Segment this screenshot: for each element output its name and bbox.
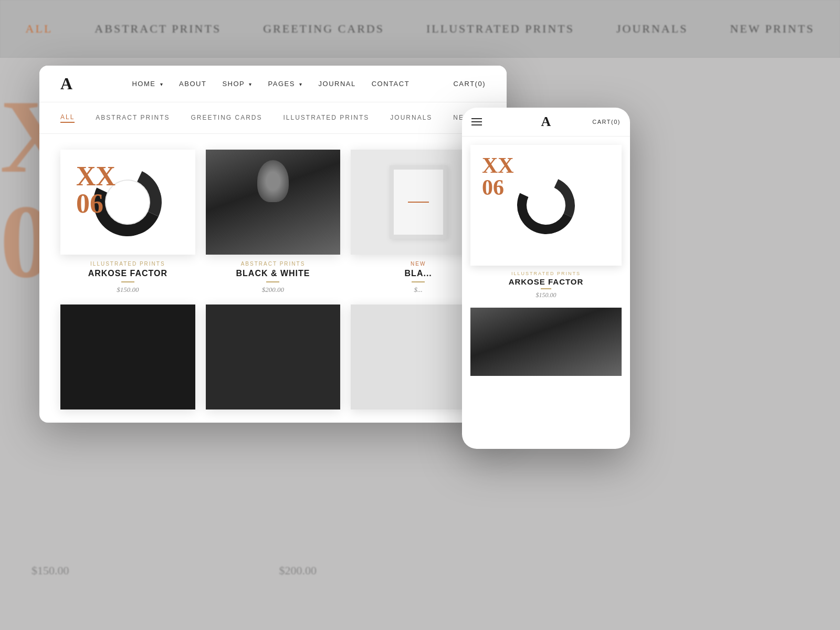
hamburger-menu[interactable]: [471, 118, 482, 125]
bg-filter-greeting: GREETING CARDS: [263, 22, 384, 36]
desktop-nav-links: HOME ▾ ABOUT SHOP ▾ PAGES ▾ JOURNAL CONT…: [132, 80, 410, 88]
hamburger-line-1: [471, 118, 482, 119]
bg-filter-illustrated: ILLUSTRATED PRINTS: [426, 22, 574, 36]
mobile-brush-circle: [509, 169, 583, 243]
inner-frame: [390, 165, 447, 239]
nav-home[interactable]: HOME ▾: [132, 80, 163, 88]
hamburger-line-2: [471, 121, 482, 122]
mobile-navbar: A CART(0): [462, 108, 630, 136]
products-grid: XX06 ILLUSTRATED PRINTS ARKOSE FACTOR $1…: [39, 134, 507, 423]
mobile-product-card-2[interactable]: [470, 308, 622, 376]
line-accent: [408, 202, 429, 203]
mobile-xx06-text: XX06: [482, 154, 514, 198]
bg-prices: $150.00 $200.00: [32, 564, 317, 578]
desktop-logo: A: [60, 74, 72, 93]
product-category-1: ILLUSTRATED PRINTS: [90, 261, 165, 267]
product-category-2: ABSTRACT PRINTS: [241, 261, 306, 267]
desktop-navbar: A HOME ▾ ABOUT SHOP ▾ PAGES ▾ JOURNAL CO…: [39, 66, 507, 102]
mobile-artwork-bw: [470, 308, 622, 376]
filter-journals[interactable]: JOURNALS: [390, 114, 432, 122]
nav-about[interactable]: ABOUT: [179, 80, 206, 88]
product-name-3: BLA...: [405, 269, 432, 278]
product-image-2: [206, 150, 341, 255]
product-image-4: [60, 304, 195, 410]
product-image-1: XX06: [60, 150, 195, 255]
product-card-1[interactable]: XX06 ILLUSTRATED PRINTS ARKOSE FACTOR $1…: [60, 150, 195, 294]
product-card-4[interactable]: [60, 304, 195, 410]
product-name-1: ARKOSE FACTOR: [88, 269, 167, 278]
artwork-dark-1: [60, 304, 195, 410]
product-category-3: NEW: [411, 261, 426, 267]
artwork-bw-desktop: [206, 150, 341, 255]
artwork-dark-2: [206, 304, 341, 410]
desktop-cart[interactable]: CART(0): [453, 80, 486, 88]
mobile-content: XX06 ILLUSTRATED PRINTS ARKOSE FACTOR $1…: [462, 136, 630, 449]
bg-filter-new: NEW PRINTS: [730, 22, 814, 36]
mobile-product-price: $150.00: [536, 291, 556, 299]
bg-filter-bar: ALL ABSTRACT PRINTS GREETING CARDS ILLUS…: [0, 0, 840, 58]
filter-all[interactable]: ALL: [60, 113, 75, 123]
product-price-1: $150.00: [117, 286, 139, 294]
product-card-2[interactable]: ABSTRACT PRINTS BLACK & WHITE $200.00: [206, 150, 341, 294]
product-divider-1: [121, 281, 134, 282]
mobile-artwork-xx06: XX06: [470, 145, 622, 266]
product-name-2: BLACK & WHITE: [236, 269, 310, 278]
product-divider-2: [266, 281, 279, 282]
mobile-cart[interactable]: CART(0): [592, 119, 621, 125]
nav-shop[interactable]: SHOP ▾: [222, 80, 252, 88]
mobile-phone-window: A CART(0) XX06 ILLUSTRATED PRINTS ARKOSE…: [462, 108, 630, 449]
mobile-product-divider: [541, 288, 551, 289]
desktop-browser-window: A HOME ▾ ABOUT SHOP ▾ PAGES ▾ JOURNAL CO…: [39, 66, 507, 423]
mobile-product-image-1: XX06: [470, 145, 622, 266]
nav-journal[interactable]: JOURNAL: [319, 80, 356, 88]
bg-filter-all: ALL: [26, 22, 53, 36]
nav-pages[interactable]: PAGES ▾: [268, 80, 303, 88]
product-card-5[interactable]: [206, 304, 341, 410]
bg-filter-abstract: ABSTRACT PRINTS: [94, 22, 221, 36]
filter-illustrated-prints[interactable]: ILLUSTRATED PRINTS: [284, 114, 370, 122]
artwork-xx06-desktop: XX06: [60, 150, 195, 255]
xx06-text: XX06: [76, 163, 116, 217]
product-image-5: [206, 304, 341, 410]
nav-contact[interactable]: CONTACT: [372, 80, 410, 88]
mobile-product-name: ARKOSE FACTOR: [509, 277, 584, 286]
mobile-product-category: ILLUSTRATED PRINTS: [511, 271, 581, 276]
filter-greeting-cards[interactable]: GREETING CARDS: [191, 114, 262, 122]
mobile-logo: A: [541, 114, 551, 130]
product-price-3: $...: [414, 286, 423, 294]
filter-abstract-prints[interactable]: ABSTRACT PRINTS: [96, 114, 170, 122]
product-divider-3: [412, 281, 425, 282]
product-price-2: $200.00: [262, 286, 284, 294]
mobile-product-card-1[interactable]: XX06 ILLUSTRATED PRINTS ARKOSE FACTOR $1…: [470, 145, 622, 299]
bg-filter-journals: JOURNALS: [616, 22, 688, 36]
desktop-filter-bar: ALL ABSTRACT PRINTS GREETING CARDS ILLUS…: [39, 102, 507, 134]
hamburger-line-3: [471, 124, 482, 125]
